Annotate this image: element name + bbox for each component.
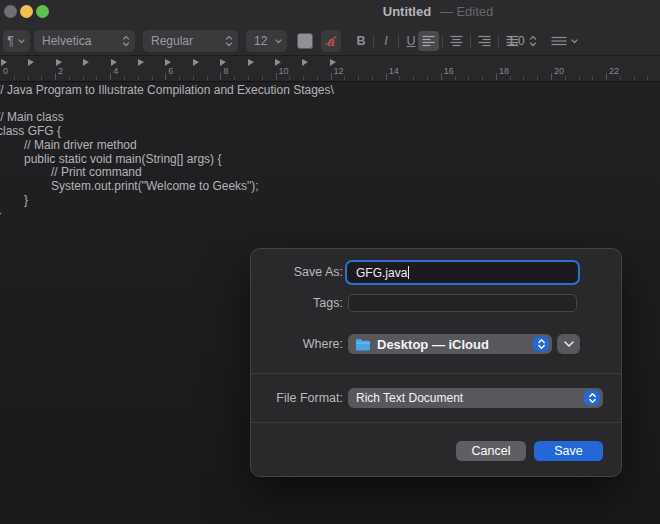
separator	[373, 35, 374, 48]
save-as-input[interactable]: GFG.java	[345, 260, 580, 285]
cancel-button[interactable]: Cancel	[456, 441, 526, 461]
tags-input[interactable]	[348, 294, 577, 312]
expand-dialog-button[interactable]	[557, 334, 580, 354]
file-format-value: Rich Text Document	[348, 391, 603, 405]
updown-stepper-icon	[225, 35, 233, 47]
ruler-number: 12	[334, 66, 344, 76]
chevron-down-icon	[275, 39, 282, 44]
font-size-select[interactable]: 12	[246, 30, 287, 52]
tab-stop-marker[interactable]	[83, 59, 89, 66]
paragraph-style-menu[interactable]: ¶	[3, 30, 30, 52]
tab-stop-marker[interactable]	[193, 59, 199, 66]
divider	[251, 373, 621, 374]
save-as-label: Save As:	[251, 265, 343, 279]
text-color-well[interactable]	[297, 33, 313, 49]
tab-stop-marker[interactable]	[56, 59, 62, 66]
ruler-tick	[276, 73, 277, 80]
ruler: 0246810121416182022	[0, 56, 660, 82]
tab-stop-marker[interactable]	[275, 59, 281, 66]
italic-button[interactable]: I	[377, 34, 395, 48]
updown-stepper-icon	[122, 35, 130, 47]
background-color-none-icon: a	[327, 34, 334, 49]
zoom-button[interactable]	[36, 5, 49, 18]
line-spacing-value: 1.0	[508, 34, 525, 48]
tab-stop-marker[interactable]	[165, 59, 171, 66]
ruler-tick	[468, 76, 469, 80]
tab-stop-marker[interactable]	[302, 59, 308, 66]
ruler-tick	[372, 76, 373, 80]
save-button[interactable]: Save	[534, 441, 603, 461]
ruler-tick	[262, 76, 263, 80]
editor-line: class GFG {	[0, 125, 660, 139]
align-right-icon	[478, 35, 491, 47]
ruler-number: 22	[609, 66, 619, 76]
text-background-color-well[interactable]: a	[321, 30, 341, 52]
titlebar: Untitled — Edited	[0, 0, 660, 22]
save-as-value: GFG.java	[356, 266, 407, 280]
ruler-tick	[220, 73, 221, 80]
align-right-button[interactable]	[474, 31, 495, 51]
separator	[398, 35, 399, 48]
ruler-tick	[289, 76, 290, 80]
align-left-button[interactable]	[418, 31, 439, 51]
ruler-number: 18	[499, 66, 509, 76]
line-spacing-stepper[interactable]: 1.0	[508, 30, 537, 52]
bold-button[interactable]: B	[352, 34, 370, 48]
tab-stop-marker[interactable]	[28, 59, 34, 66]
ruler-tick	[620, 76, 621, 80]
editor-line: // Main driver method	[0, 139, 660, 153]
ruler-number: 2	[58, 66, 63, 76]
ruler-tick	[14, 76, 15, 80]
window-title-text: Untitled	[383, 4, 431, 19]
tab-stop-marker[interactable]	[111, 59, 117, 66]
ruler-tick	[28, 76, 29, 80]
align-center-button[interactable]	[446, 31, 467, 51]
close-button[interactable]	[4, 5, 17, 18]
file-format-select[interactable]: Rich Text Document	[348, 388, 603, 408]
ruler-tick	[579, 76, 580, 80]
where-select[interactable]: Desktop — iCloud	[348, 334, 552, 354]
align-center-icon	[450, 35, 463, 47]
tab-stop-marker[interactable]	[330, 59, 336, 66]
ruler-tick	[510, 76, 511, 80]
separator	[498, 35, 499, 48]
tab-stop-marker[interactable]	[220, 59, 226, 66]
where-label: Where:	[251, 337, 343, 351]
minimize-button[interactable]	[20, 5, 33, 18]
ruler-number: 20	[554, 66, 564, 76]
font-family-select[interactable]: Helvetica	[34, 30, 135, 52]
tab-stop-marker[interactable]	[248, 59, 254, 66]
editor-line: }	[0, 207, 660, 221]
ruler-tick	[565, 76, 566, 80]
editor-line: // Print command	[0, 166, 660, 180]
list-style-menu[interactable]	[551, 30, 582, 52]
ruler-tick	[537, 76, 538, 80]
ruler-number: 4	[113, 66, 118, 76]
ruler-tick	[413, 76, 414, 80]
tab-stop-marker[interactable]	[1, 59, 7, 66]
ruler-number: 14	[389, 66, 399, 76]
editor-line	[0, 98, 660, 112]
tab-stop-marker[interactable]	[138, 59, 144, 66]
font-family-value: Helvetica	[34, 34, 122, 48]
ruler-number: 0	[3, 66, 8, 76]
ruler-tick	[248, 76, 249, 80]
ruler-tick	[69, 76, 70, 80]
ruler-tick	[96, 76, 97, 80]
text-cursor	[408, 266, 409, 279]
editor-line: // Main class	[0, 111, 660, 125]
ruler-tick	[399, 76, 400, 80]
ruler-tick	[83, 76, 84, 80]
ruler-tick	[55, 73, 56, 80]
chevron-down-icon	[571, 39, 578, 44]
font-typeface-select[interactable]: Regular	[143, 30, 238, 52]
file-format-label: File Format:	[251, 391, 343, 405]
updown-stepper-icon	[529, 35, 537, 47]
font-typeface-value: Regular	[143, 34, 225, 48]
ruler-number: 16	[444, 66, 454, 76]
ruler-tick	[606, 73, 607, 80]
ruler-tick	[523, 76, 524, 80]
ruler-tick	[41, 76, 42, 80]
ruler-tick	[331, 73, 332, 80]
ruler-tick	[138, 76, 139, 80]
